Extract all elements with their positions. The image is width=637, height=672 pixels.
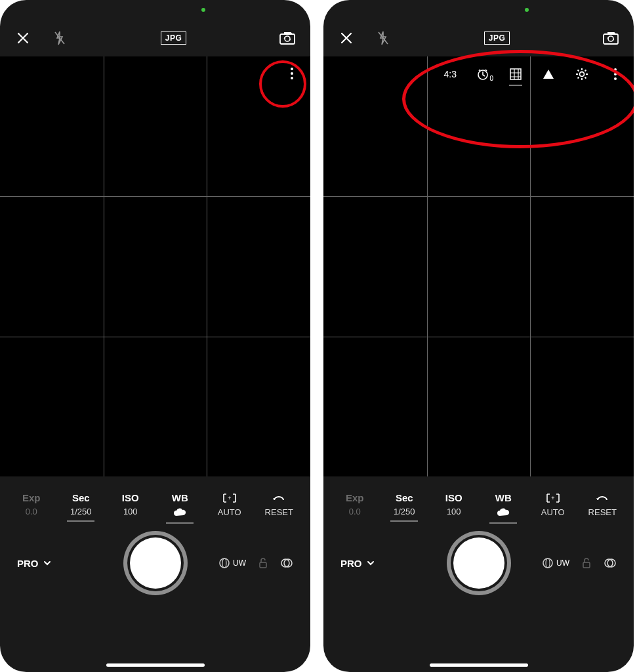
shutter-row: PRO UW <box>330 530 627 596</box>
grid-line <box>0 337 310 337</box>
focus-bracket-icon: + <box>222 492 237 504</box>
viewfinder-toolbar-collapsed <box>274 63 310 87</box>
lens-selector[interactable]: UW <box>218 557 246 569</box>
param-focus[interactable]: + AUTO <box>534 492 572 517</box>
phone-screenshot-left: JPG Exp 0.0 Sec 1/250 <box>0 0 310 672</box>
svg-point-14 <box>543 558 552 568</box>
format-badge[interactable]: JPG <box>484 32 510 45</box>
param-white-balance[interactable]: WB <box>161 492 199 518</box>
param-iso[interactable]: ISO 100 <box>112 492 150 516</box>
param-value: 0.0 <box>349 507 361 516</box>
param-label: Exp <box>346 492 364 503</box>
histogram-icon <box>542 68 555 80</box>
flash-off-icon[interactable] <box>51 30 68 47</box>
mode-label: PRO <box>17 558 39 569</box>
svg-rect-11 <box>510 69 521 79</box>
aspect-ratio-label: 4:3 <box>444 69 457 79</box>
filter-icon[interactable] <box>604 556 617 570</box>
lens-icon <box>218 557 230 569</box>
svg-point-15 <box>546 558 550 568</box>
close-icon[interactable] <box>338 30 355 47</box>
param-reset[interactable]: RESET <box>260 492 298 517</box>
param-label: WB <box>172 492 188 503</box>
gear-icon <box>575 67 589 81</box>
param-exposure[interactable]: Exp 0.0 <box>12 492 51 516</box>
timer-button[interactable]: 0 <box>476 68 489 81</box>
grid-toggle-button[interactable] <box>509 68 522 81</box>
param-focus[interactable]: + AUTO <box>211 492 249 517</box>
param-value: 1/250 <box>394 507 415 516</box>
grid-line <box>207 56 207 476</box>
param-label: ISO <box>122 492 139 503</box>
lens-icon <box>542 557 554 569</box>
home-indicator[interactable] <box>106 663 205 667</box>
param-exposure[interactable]: Exp 0.0 <box>336 492 374 516</box>
mode-selector[interactable]: PRO <box>17 558 52 569</box>
viewfinder[interactable] <box>0 56 310 476</box>
param-iso[interactable]: ISO 100 <box>435 492 473 516</box>
svg-rect-16 <box>583 562 590 568</box>
camera-controls: Exp 0.0 Sec 1/250 ISO 100 WB + <box>0 476 310 672</box>
param-label: RESET <box>588 507 617 517</box>
status-bar <box>0 0 310 20</box>
mode-selector[interactable]: PRO <box>340 558 375 569</box>
param-value: 100 <box>123 507 138 516</box>
param-value: 1/250 <box>70 507 92 516</box>
status-bar <box>323 0 634 20</box>
settings-button[interactable] <box>575 67 589 81</box>
grid-icon <box>509 68 522 81</box>
filter-icon[interactable] <box>280 556 293 570</box>
histogram-button[interactable] <box>542 68 555 80</box>
param-reset[interactable]: RESET <box>583 492 621 517</box>
param-white-balance[interactable]: WB <box>484 492 522 518</box>
shutter-button[interactable] <box>130 537 181 589</box>
camera-top-bar: JPG <box>0 20 310 56</box>
param-shutter-speed[interactable]: Sec 1/250 <box>385 492 423 516</box>
grid-line <box>104 56 104 476</box>
param-value: AUTO <box>218 507 241 517</box>
lock-icon[interactable] <box>581 557 592 569</box>
switch-camera-icon[interactable] <box>279 30 296 47</box>
lens-selector[interactable]: UW <box>542 557 569 569</box>
param-label: Exp <box>22 492 41 503</box>
close-icon[interactable] <box>14 30 31 47</box>
camera-top-bar: JPG <box>323 20 634 56</box>
param-shutter-speed[interactable]: Sec 1/250 <box>62 492 100 516</box>
aspect-ratio-button[interactable]: 4:3 <box>444 69 457 79</box>
home-indicator[interactable] <box>430 663 528 667</box>
param-label: Sec <box>396 492 413 503</box>
camera-indicator-dot <box>201 8 205 12</box>
lock-icon[interactable] <box>258 557 268 569</box>
grid-line <box>530 56 531 476</box>
camera-indicator-dot <box>525 8 529 12</box>
viewfinder[interactable]: 4:3 0 <box>323 56 634 476</box>
timer-icon <box>476 68 489 81</box>
svg-point-3 <box>220 558 229 568</box>
svg-point-4 <box>222 558 226 568</box>
param-row: Exp 0.0 Sec 1/250 ISO 100 WB + <box>330 486 627 530</box>
camera-controls: Exp 0.0 Sec 1/250 ISO 100 WB + <box>323 476 634 672</box>
timer-value: 0 <box>489 75 493 82</box>
shutter-button[interactable] <box>453 537 504 589</box>
grid-line <box>427 56 428 476</box>
format-badge[interactable]: JPG <box>161 32 187 45</box>
param-label: RESET <box>265 507 293 517</box>
viewfinder-toolbar-expanded: 4:3 0 <box>432 63 634 88</box>
switch-camera-icon[interactable] <box>602 30 619 47</box>
param-value: 0.0 <box>26 507 37 516</box>
param-label: WB <box>495 492 512 503</box>
chevron-down-icon <box>366 558 375 568</box>
flash-off-icon[interactable] <box>375 30 392 47</box>
shutter-row: PRO UW <box>7 530 304 596</box>
focus-bracket-icon: + <box>546 492 560 504</box>
phone-screenshot-right: JPG 4:3 0 <box>323 0 634 672</box>
lens-label: UW <box>556 558 569 568</box>
more-options-icon[interactable] <box>285 67 298 80</box>
param-label: Sec <box>72 492 90 503</box>
svg-text:+: + <box>551 495 554 501</box>
more-options-icon[interactable] <box>609 68 622 81</box>
svg-text:+: + <box>228 495 231 501</box>
param-value: AUTO <box>541 507 565 517</box>
param-value: 100 <box>447 507 461 516</box>
cloudy-wb-icon <box>496 507 510 518</box>
